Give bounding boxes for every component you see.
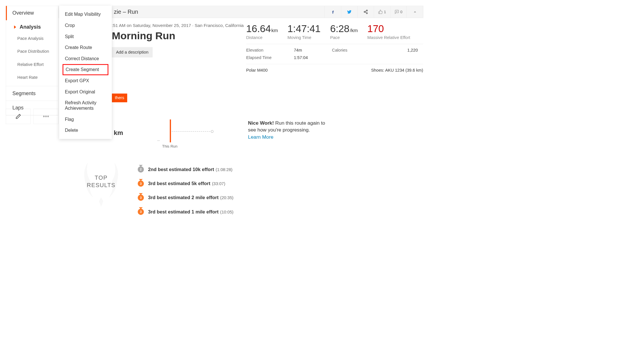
menu-flag[interactable]: Flag — [59, 114, 112, 125]
km-fragment: km — [114, 129, 123, 136]
stat-distance-label: Distance — [246, 35, 278, 40]
menu-create-route[interactable]: Create Route — [59, 42, 112, 53]
svg-point-3 — [366, 10, 367, 11]
more-button[interactable] — [34, 109, 58, 124]
comment-icon — [394, 9, 399, 14]
result-item: 3 3rd best estimated 5k effort (33:07) — [138, 176, 423, 190]
sidebar: Overview Analysis Pace Analysis Pace Dis… — [6, 6, 58, 115]
add-description-button[interactable]: Add a description — [112, 47, 153, 58]
shoes-name: Shoes: AKU 1234 (39.6 km) — [371, 68, 423, 73]
device-name: Polar M400 — [246, 68, 268, 73]
top-results: TOPRESULTS 2 2nd best estimated 10k effo… — [65, 154, 423, 219]
chart-marker — [211, 130, 213, 133]
chart-label: This Run — [162, 144, 177, 148]
menu-delete[interactable]: Delete — [59, 125, 112, 136]
svg-point-5 — [366, 13, 367, 14]
stats-panel: 16.64km Distance 1:47:41 Moving Time 6:2… — [246, 23, 423, 77]
stat-relative-effort: 170 Massive Relative Effort — [367, 23, 410, 40]
menu-refresh-achievements[interactable]: Refresh Activity Achievements — [59, 97, 112, 114]
stat-calories-value: 1,220 — [380, 48, 418, 53]
sidebar-heart-rate[interactable]: Heart Rate — [17, 73, 52, 82]
result-text: 3rd best estimated 5k effort — [148, 181, 210, 186]
sidebar-analysis[interactable]: Analysis — [6, 20, 58, 33]
twitter-icon — [347, 9, 352, 14]
result-item: 2 2nd best estimated 10k effort (1:08:28… — [138, 162, 423, 176]
top-results-heading-1: TOP — [95, 174, 108, 181]
share-icon — [363, 9, 368, 14]
chart-dash — [172, 131, 212, 132]
edit-button[interactable] — [6, 109, 31, 124]
svg-point-1 — [45, 116, 46, 117]
medal-icon: 3 — [138, 179, 144, 188]
result-item: 3 3rd best estimated 2 mile effort (20:3… — [138, 191, 423, 205]
medal-icon: 3 — [138, 207, 144, 216]
result-text: 3rd best estimated 1 mile effort — [148, 209, 219, 214]
sidebar-relative-effort[interactable]: Relative Effort — [17, 60, 52, 69]
stat-distance-value: 16.64 — [246, 23, 271, 34]
result-text: 2nd best estimated 10k effort — [148, 166, 214, 172]
stat-elapsed-label: Elapsed Time — [246, 55, 294, 60]
kudos-button[interactable]: 1 — [374, 6, 390, 18]
svg-point-4 — [364, 11, 365, 12]
menu-correct-distance[interactable]: Correct Distance — [59, 53, 112, 64]
stat-calories-label: Calories — [332, 48, 380, 53]
actions-menu: Edit Map Visibility Crop Split Create Ro… — [59, 6, 112, 139]
activity-header: zie – Run 1 0 — [58, 6, 423, 18]
menu-edit-map-visibility[interactable]: Edit Map Visibility — [59, 9, 112, 20]
comparison-chart: This Run — [158, 117, 221, 146]
sidebar-pace-distribution[interactable]: Pace Distribution — [17, 47, 52, 56]
result-time: (10:05) — [220, 209, 233, 214]
result-item: 3 3rd best estimated 1 mile effort (10:0… — [138, 205, 423, 219]
medal-icon: 3 — [138, 193, 144, 202]
stat-effort-label: Massive Relative Effort — [367, 35, 410, 40]
stat-moving-value: 1:47:41 — [288, 23, 321, 34]
result-text: 3rd best estimated 2 mile effort — [148, 195, 219, 200]
sidebar-segments[interactable]: Segments — [6, 86, 58, 101]
medal-icon: 2 — [138, 165, 144, 174]
menu-export-gpx[interactable]: Export GPX — [59, 75, 112, 86]
menu-split[interactable]: Split — [59, 31, 112, 42]
menu-export-original[interactable]: Export Original — [59, 86, 112, 97]
share-button[interactable] — [357, 6, 374, 18]
stat-distance-unit: km — [271, 28, 278, 33]
menu-crop[interactable]: Crop — [59, 20, 112, 31]
chart-tick — [157, 140, 160, 141]
stat-distance: 16.64km Distance — [246, 23, 278, 40]
stat-moving-time: 1:47:41 Moving Time — [288, 23, 321, 40]
twitter-share[interactable] — [341, 6, 357, 18]
facebook-share[interactable] — [325, 6, 341, 18]
menu-create-segment[interactable]: Create Segment — [62, 64, 108, 75]
sidebar-overview[interactable]: Overview — [6, 6, 58, 20]
sidebar-analysis-label: Analysis — [20, 24, 41, 30]
svg-point-0 — [43, 116, 44, 117]
stat-moving-label: Moving Time — [288, 35, 321, 40]
facebook-icon — [331, 9, 335, 14]
stat-effort-value: 170 — [367, 23, 384, 34]
result-time: (1:08:28) — [216, 167, 233, 172]
ellipsis-icon — [43, 116, 49, 117]
kudos-count: 1 — [384, 10, 386, 14]
comment-count: 0 — [400, 10, 402, 14]
stat-pace-unit: /km — [350, 28, 358, 33]
thumbs-up-icon — [378, 9, 383, 14]
chart-this-run-line — [170, 119, 171, 142]
stat-pace-label: Pace — [330, 35, 358, 40]
nice-work-bold: Nice Work! — [248, 120, 274, 126]
pencil-icon — [15, 113, 21, 119]
stat-pace: 6:28/km Pace — [330, 23, 358, 40]
comments-button[interactable]: 0 — [390, 6, 407, 18]
others-tag[interactable]: thers — [112, 93, 127, 102]
header-title-fragment: zie – Run — [114, 9, 138, 15]
learn-more-link[interactable]: Learn More — [248, 134, 274, 140]
collapse-button[interactable] — [407, 6, 423, 18]
stat-elapsed-value: 1:57:04 — [294, 55, 332, 60]
stat-elevation-value: 74m — [294, 48, 332, 53]
nice-work-message: Nice Work! Run this route again to see h… — [248, 119, 328, 140]
chevron-up-icon — [413, 10, 417, 13]
chevron-right-icon — [12, 25, 17, 30]
svg-point-2 — [48, 116, 49, 117]
sidebar-pace-analysis[interactable]: Pace Analysis — [17, 34, 52, 43]
stat-elevation-label: Elevation — [246, 48, 294, 53]
sidebar-toolbar — [6, 109, 58, 124]
top-results-heading-2: RESULTS — [87, 182, 115, 188]
